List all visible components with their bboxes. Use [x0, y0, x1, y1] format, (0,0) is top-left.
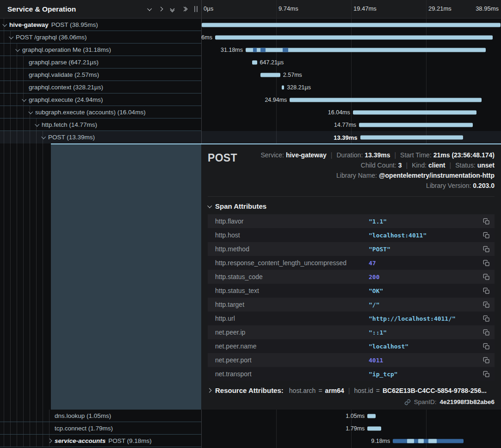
span-meta-line: Library Name: @opentelemetry/instrumenta…: [237, 170, 495, 180]
span-label: graphql.context (328.21µs): [29, 84, 103, 91]
span-row[interactable]: graphql.validate (2.57ms)2.57ms: [0, 68, 501, 81]
double-chevron-down-icon[interactable]: [171, 7, 174, 12]
span-tree-cell[interactable]: http.fetch (14.77ms): [0, 118, 201, 131]
attribute-key: http.method: [215, 245, 369, 253]
attribute-key: http.status_text: [215, 287, 369, 294]
span-tree-cell[interactable]: graphql.parse (647.21µs): [0, 56, 201, 68]
attribute-row: http.target"/": [208, 298, 495, 311]
span-bar[interactable]: [353, 110, 476, 114]
span-tree-cell[interactable]: service-accountsPOST (9.18ms): [0, 435, 201, 447]
detail-title: POST: [208, 150, 237, 191]
span-row[interactable]: POST /graphql (36.06ms)36.06ms: [0, 31, 501, 44]
span-bar[interactable]: [290, 98, 482, 102]
span-tree-cell[interactable]: graphql.execute (24.94ms): [0, 93, 201, 106]
chevron-down-icon[interactable]: [9, 34, 13, 39]
span-bar[interactable]: [367, 414, 375, 418]
resource-key: host.arch: [289, 387, 316, 394]
span-tree-cell[interactable]: POST /graphql (36.06ms): [0, 31, 201, 44]
timeline-cell: 24.94ms: [201, 93, 501, 106]
span-bar[interactable]: [360, 135, 464, 139]
chevron-right-icon[interactable]: [48, 438, 52, 443]
resource-attributes-values: host.arch=arm64|host.id=BC62E13B-C4CC-58…: [289, 387, 487, 394]
span-bar[interactable]: [359, 123, 473, 127]
span-row[interactable]: POST (13.39ms)13.39ms: [0, 131, 501, 143]
span-row[interactable]: graphql.parse (647.21µs)647.21µs: [0, 56, 501, 68]
span-attributes-header[interactable]: Span Attributes: [208, 201, 495, 211]
timeline-cell: 2.57ms: [201, 68, 501, 81]
span-row[interactable]: http.fetch (14.77ms)14.77ms: [0, 118, 501, 131]
span-meta: Service: hive-gateway|Duration: 13.39ms|…: [237, 150, 495, 191]
span-label: graphql.validate (2.57ms): [29, 71, 99, 78]
span-tree-cell[interactable]: graphql.validate (2.57ms): [0, 68, 201, 81]
chevron-right-icon: [208, 388, 211, 393]
attribute-value: "/": [369, 301, 479, 308]
span-bar[interactable]: [282, 85, 284, 89]
copy-icon[interactable]: [483, 232, 490, 239]
chevron-down-icon[interactable]: [35, 122, 39, 126]
drag-handle-icon[interactable]: [194, 6, 198, 12]
copy-icon[interactable]: [483, 329, 490, 336]
attribute-key: http.target: [215, 301, 369, 308]
copy-icon[interactable]: [483, 246, 490, 253]
chevron-down-icon[interactable]: [41, 134, 46, 139]
attribute-key: net.peer.ip: [215, 329, 369, 336]
attribute-key: http.url: [215, 315, 369, 322]
span-tree-cell[interactable]: POST (13.39ms): [0, 131, 201, 143]
service-name: hive-gateway: [9, 21, 49, 28]
copy-icon[interactable]: [483, 357, 490, 364]
span-row[interactable]: graphql.context (328.21µs)328.21µs: [0, 81, 501, 93]
span-row[interactable]: service-accountsPOST (9.18ms)9.18ms: [0, 435, 501, 447]
span-detail-side-panel: [51, 144, 201, 410]
attribute-value: 200: [369, 274, 479, 280]
timeline-tick: 38.95ms: [476, 5, 499, 12]
meta-value: 13.39ms: [365, 151, 390, 159]
copy-icon[interactable]: [483, 315, 490, 322]
chevron-down-icon[interactable]: [22, 97, 26, 101]
span-tree-cell[interactable]: graphql.context (328.21µs): [0, 81, 201, 93]
span-bar[interactable]: [246, 48, 486, 52]
span-bar[interactable]: [367, 426, 381, 430]
copy-icon[interactable]: [483, 218, 490, 225]
span-bar[interactable]: [393, 439, 464, 443]
span-tree-bottom: dns.lookup (1.05ms)1.05mstcp.connect (1.…: [0, 410, 501, 447]
copy-icon[interactable]: [483, 274, 490, 280]
span-bar[interactable]: [252, 60, 257, 64]
span-row[interactable]: subgraph.execute (accounts) (16.04ms)16.…: [0, 106, 501, 118]
double-chevron-right-icon[interactable]: [182, 7, 187, 11]
link-icon[interactable]: [404, 399, 411, 405]
span-tree-cell[interactable]: dns.lookup (1.05ms): [0, 410, 201, 422]
attribute-key: http.host: [215, 231, 369, 239]
copy-icon[interactable]: [483, 287, 490, 294]
span-tree-cell[interactable]: tcp.connect (1.79ms): [0, 422, 201, 435]
chevron-down-icon[interactable]: [15, 47, 20, 51]
resource-attributes-row[interactable]: Resource Attributes: host.arch=arm64|hos…: [208, 386, 495, 394]
copy-icon[interactable]: [483, 343, 490, 350]
span-bar[interactable]: [260, 73, 280, 77]
span-tree-cell[interactable]: subgraph.execute (accounts) (16.04ms): [0, 106, 201, 118]
timeline-tick: 9.74ms: [278, 5, 298, 12]
chevron-down-icon[interactable]: [2, 22, 7, 26]
span-row[interactable]: dns.lookup (1.05ms)1.05ms: [0, 410, 501, 422]
span-row[interactable]: graphql.execute (24.94ms)24.94ms: [0, 93, 501, 106]
chevron-down-icon[interactable]: [28, 109, 33, 114]
chevron-right-icon[interactable]: [159, 7, 163, 12]
span-bar[interactable]: [215, 35, 493, 39]
copy-icon[interactable]: [483, 301, 490, 308]
timeline-cell: 13.39ms: [201, 131, 501, 143]
timeline-cell: 1.79ms: [201, 422, 501, 435]
span-row[interactable]: hive-gatewayPOST (38.95ms): [0, 19, 501, 31]
copy-icon[interactable]: [483, 260, 490, 267]
chevron-down-icon[interactable]: [147, 6, 152, 11]
span-tree-cell[interactable]: hive-gatewayPOST (38.95ms): [0, 19, 201, 31]
attribute-row: net.peer.ip"::1": [208, 325, 495, 339]
span-bar[interactable]: [202, 23, 501, 27]
duration-label: 9.18ms: [371, 438, 390, 444]
span-row[interactable]: graphql.operation Me (31.18ms)31.18ms: [0, 44, 501, 56]
span-detail-panel: POST Service: hive-gateway|Duration: 13.…: [201, 144, 501, 410]
copy-icon[interactable]: [483, 371, 490, 378]
span-id-label: SpanID:: [414, 398, 437, 405]
attribute-row: http.status_code200: [208, 270, 495, 284]
timeline-tick: 19.47ms: [353, 5, 377, 12]
span-row[interactable]: tcp.connect (1.79ms)1.79ms: [0, 422, 501, 435]
span-tree-cell[interactable]: graphql.operation Me (31.18ms): [0, 44, 201, 56]
